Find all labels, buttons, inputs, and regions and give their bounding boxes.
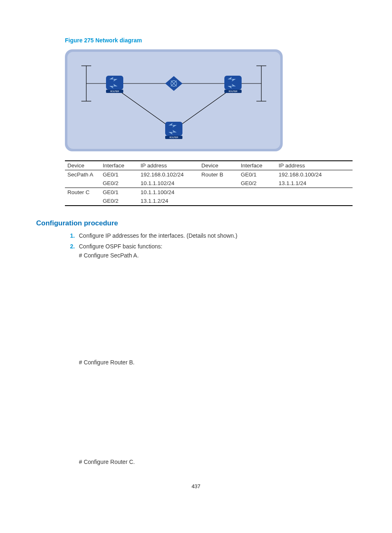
cell bbox=[65, 179, 100, 188]
cell: GE0/2 bbox=[238, 179, 276, 188]
table-row: Router C GE0/1 10.1.1.100/24 bbox=[65, 188, 353, 197]
table-header-row: Device Interface IP address Device Inter… bbox=[65, 161, 353, 170]
topology-svg: ROUTER ROUTER bbox=[65, 49, 283, 151]
th-device2: Device bbox=[199, 161, 238, 170]
svg-text:ROUTER: ROUTER bbox=[110, 90, 119, 93]
svg-text:ROUTER: ROUTER bbox=[169, 136, 178, 139]
step-2b: # Configure Router B. bbox=[79, 359, 356, 366]
cell: GE0/1 bbox=[100, 188, 138, 197]
cell bbox=[276, 197, 353, 206]
page-number: 437 bbox=[36, 483, 356, 489]
configuration-procedure-heading: Configuration procedure bbox=[36, 219, 356, 227]
th-ip: IP address bbox=[138, 161, 199, 170]
cell bbox=[65, 197, 100, 206]
switch-icon bbox=[165, 76, 182, 91]
router-b-icon: ROUTER bbox=[224, 76, 242, 93]
svg-rect-15 bbox=[224, 76, 242, 90]
cell: GE0/2 bbox=[100, 197, 138, 206]
cell: GE0/2 bbox=[100, 179, 138, 188]
cell: 192.168.0.102/24 bbox=[138, 170, 199, 179]
steps-list: Configure IP addresses for the interface… bbox=[65, 232, 356, 259]
cell bbox=[238, 197, 276, 206]
step-2-text: Configure OSPF basic functions: bbox=[79, 243, 162, 250]
step-2c: # Configure Router C. bbox=[79, 459, 356, 465]
router-c-icon: ROUTER bbox=[165, 122, 182, 139]
svg-line-11 bbox=[180, 89, 231, 125]
th-interface: Interface bbox=[100, 161, 138, 170]
cell: 10.1.1.100/24 bbox=[138, 188, 199, 197]
cell: SecPath A bbox=[65, 170, 100, 179]
table-row: GE0/2 13.1.1.2/24 bbox=[65, 197, 353, 206]
cell bbox=[199, 197, 238, 206]
svg-text:ROUTER: ROUTER bbox=[228, 90, 238, 93]
table-row: SecPath A GE0/1 192.168.0.102/24 Router … bbox=[65, 170, 353, 179]
cell bbox=[199, 179, 238, 188]
cell: Router B bbox=[199, 170, 238, 179]
step-1: Configure IP addresses for the interface… bbox=[76, 232, 356, 239]
svg-line-10 bbox=[116, 89, 168, 125]
th-device: Device bbox=[65, 161, 100, 170]
cell bbox=[276, 188, 353, 197]
step-2: Configure OSPF basic functions: # Config… bbox=[76, 243, 356, 259]
cell bbox=[199, 188, 238, 197]
th-interface2: Interface bbox=[238, 161, 276, 170]
step-2a: # Configure SecPath A. bbox=[79, 252, 356, 259]
cell: 10.1.1.102/24 bbox=[138, 179, 199, 188]
svg-rect-22 bbox=[165, 122, 182, 136]
cell: 192.168.0.100/24 bbox=[276, 170, 353, 179]
network-diagram: ROUTER ROUTER bbox=[65, 49, 283, 151]
secpath-a-icon: ROUTER bbox=[106, 76, 123, 93]
cell: GE0/1 bbox=[238, 170, 276, 179]
cell: 13.1.1.1/24 bbox=[276, 179, 353, 188]
cell: 13.1.1.2/24 bbox=[138, 197, 199, 206]
step-1-text: Configure IP addresses for the interface… bbox=[79, 232, 238, 239]
th-ip2: IP address bbox=[276, 161, 353, 170]
figure-title: Figure 275 Network diagram bbox=[65, 37, 356, 44]
cell bbox=[238, 188, 276, 197]
cell: Router C bbox=[65, 188, 100, 197]
table-row: GE0/2 10.1.1.102/24 GE0/2 13.1.1.1/24 bbox=[65, 179, 353, 188]
cell: GE0/1 bbox=[100, 170, 138, 179]
svg-rect-12 bbox=[106, 76, 123, 90]
address-table: Device Interface IP address Device Inter… bbox=[65, 160, 353, 206]
